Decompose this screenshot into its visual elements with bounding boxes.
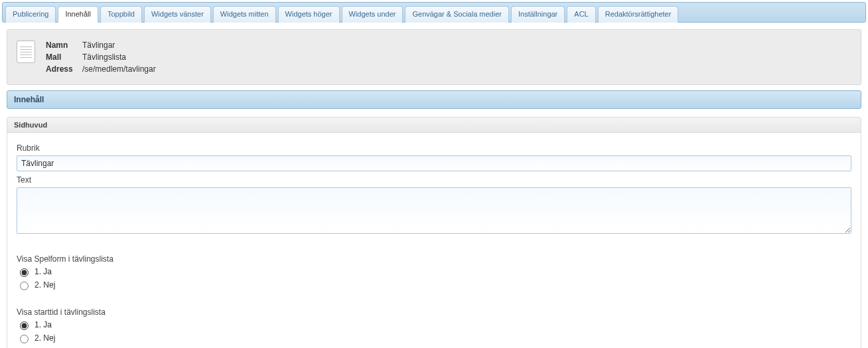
- spelform-option-nej-label: 2. Nej: [35, 280, 55, 290]
- starttid-radio-group: 1. Ja 2. Nej: [17, 319, 851, 343]
- spelform-option-ja-label: 1. Ja: [35, 267, 52, 276]
- rubrik-label: Rubrik: [17, 143, 851, 153]
- info-value-address: /se/medlem/tavlingar: [82, 63, 156, 75]
- starttid-option-nej-label: 2. Nej: [35, 333, 55, 343]
- tab-publicering[interactable]: Publicering: [5, 6, 56, 23]
- info-value-template: Tävlingslista: [82, 51, 126, 63]
- starttid-option-ja[interactable]: 1. Ja: [17, 319, 851, 330]
- starttid-option-nej[interactable]: 2. Nej: [17, 333, 851, 343]
- info-value-name: Tävlingar: [82, 39, 115, 51]
- tab-bar: Publicering Innehåll Toppbild Widgets vä…: [2, 2, 866, 23]
- rubrik-input[interactable]: [17, 155, 851, 171]
- page-info-box: Namn Tävlingar Mall Tävlingslista Adress…: [7, 29, 861, 85]
- tab-acl[interactable]: ACL: [567, 6, 595, 23]
- form-header-sidhuvud: Sidhuvud: [7, 118, 861, 133]
- tab-widgets-hoger[interactable]: Widgets höger: [278, 6, 340, 23]
- spelform-radio-nej[interactable]: [20, 282, 29, 290]
- tab-genvagar-sociala[interactable]: Genvägar & Sociala medier: [405, 6, 509, 23]
- text-label: Text: [17, 175, 851, 185]
- tab-toppbild[interactable]: Toppbild: [100, 6, 142, 23]
- page-icon: [17, 41, 35, 63]
- text-textarea[interactable]: [17, 187, 851, 234]
- starttid-option-ja-label: 1. Ja: [35, 320, 52, 329]
- section-title-innehall: Innehåll: [7, 90, 861, 109]
- tab-installningar[interactable]: Inställningar: [511, 6, 565, 23]
- page-info-table: Namn Tävlingar Mall Tävlingslista Adress…: [46, 39, 156, 75]
- tab-widgets-under[interactable]: Widgets under: [342, 6, 403, 23]
- starttid-radio-nej[interactable]: [20, 335, 29, 343]
- form-box: Sidhuvud Rubrik Text Visa Spelform i täv…: [7, 117, 861, 348]
- tab-widgets-mitten[interactable]: Widgets mitten: [213, 6, 276, 23]
- spelform-radio-group: 1. Ja 2. Nej: [17, 266, 851, 290]
- spelform-option-ja[interactable]: 1. Ja: [17, 266, 851, 277]
- starttid-label: Visa starttid i tävlingslista: [17, 307, 851, 317]
- spelform-label: Visa Spelform i tävlingslista: [17, 254, 851, 264]
- spelform-option-nej[interactable]: 2. Nej: [17, 280, 851, 290]
- tab-widgets-vanster[interactable]: Widgets vänster: [144, 6, 211, 23]
- info-label-address: Adress: [46, 63, 82, 75]
- starttid-radio-ja[interactable]: [20, 321, 29, 330]
- tab-innehall[interactable]: Innehåll: [58, 6, 98, 23]
- info-label-name: Namn: [46, 39, 82, 51]
- spelform-radio-ja[interactable]: [20, 268, 29, 277]
- tab-redaktorsrattigheter[interactable]: Redaktörsrättigheter: [598, 6, 679, 23]
- info-label-template: Mall: [46, 51, 82, 63]
